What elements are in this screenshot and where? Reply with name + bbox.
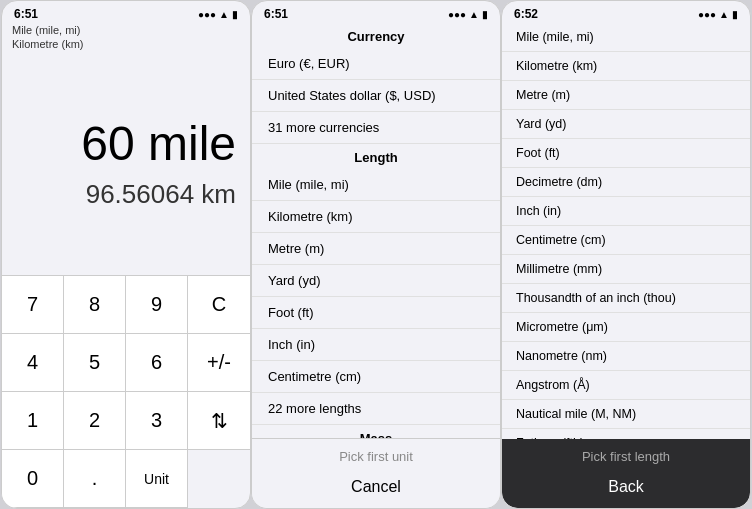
status-icons-3: ●●● ▲ ▮ — [698, 9, 738, 20]
item-more-lengths[interactable]: 22 more lengths — [252, 393, 500, 425]
status-time-1: 6:51 — [14, 7, 38, 21]
len-yard[interactable]: Yard (yd) — [502, 110, 750, 139]
len-micrometre[interactable]: Micrometre (μm) — [502, 313, 750, 342]
status-time-2: 6:51 — [264, 7, 288, 21]
item-centimetre[interactable]: Centimetre (cm) — [252, 361, 500, 393]
bottom-bar-3: Pick first length Back — [502, 439, 750, 508]
item-metre[interactable]: Metre (m) — [252, 233, 500, 265]
signal-icon-3: ●●● — [698, 9, 716, 20]
unit-from[interactable]: Mile (mile, mi) Kilometre (km) — [2, 23, 250, 53]
status-bar-2: 6:51 ●●● ▲ ▮ — [252, 1, 500, 23]
battery-icon: ▮ — [232, 9, 238, 20]
item-usd[interactable]: United States dollar ($, USD) — [252, 80, 500, 112]
status-time-3: 6:52 — [514, 7, 538, 21]
keypad: 7 8 9 C 4 5 6 +/- 1 2 3 ⇅ 0 . Unit — [2, 275, 250, 508]
len-inch[interactable]: Inch (in) — [502, 197, 750, 226]
key-unit[interactable]: Unit — [126, 450, 188, 508]
len-thou[interactable]: Thousandth of an inch (thou) — [502, 284, 750, 313]
key-plusminus[interactable]: +/- — [188, 334, 250, 392]
item-kilometre[interactable]: Kilometre (km) — [252, 201, 500, 233]
len-foot[interactable]: Foot (ft) — [502, 139, 750, 168]
phone-category-picker: 6:51 ●●● ▲ ▮ Currency Euro (€, EUR) Unit… — [251, 0, 501, 509]
display-area: 60 mile 96.56064 km — [2, 53, 250, 275]
length-list: Mile (mile, mi) Kilometre (km) Metre (m)… — [502, 23, 750, 439]
key-2[interactable]: 2 — [64, 392, 126, 450]
item-more-currencies[interactable]: 31 more currencies — [252, 112, 500, 144]
key-8[interactable]: 8 — [64, 276, 126, 334]
bottom-bar-2: Pick first unit Cancel — [252, 438, 500, 508]
len-centimetre[interactable]: Centimetre (cm) — [502, 226, 750, 255]
len-angstrom[interactable]: Angstrom (Å) — [502, 371, 750, 400]
len-metre[interactable]: Metre (m) — [502, 81, 750, 110]
battery-icon-2: ▮ — [482, 9, 488, 20]
len-decimetre[interactable]: Decimetre (dm) — [502, 168, 750, 197]
pick-length-label: Pick first length — [502, 439, 750, 470]
pick-unit-label: Pick first unit — [252, 439, 500, 470]
key-0[interactable]: 0 — [2, 450, 64, 508]
display-value: 60 mile — [81, 118, 236, 171]
key-1[interactable]: 1 — [2, 392, 64, 450]
item-mile[interactable]: Mile (mile, mi) — [252, 169, 500, 201]
len-mile[interactable]: Mile (mile, mi) — [502, 23, 750, 52]
display-result: 96.56064 km — [86, 179, 236, 210]
len-millimetre[interactable]: Millimetre (mm) — [502, 255, 750, 284]
item-inch[interactable]: Inch (in) — [252, 329, 500, 361]
status-icons-2: ●●● ▲ ▮ — [448, 9, 488, 20]
key-6[interactable]: 6 — [126, 334, 188, 392]
key-swap[interactable]: ⇅ — [188, 392, 250, 450]
wifi-icon: ▲ — [219, 9, 229, 20]
phone-length-picker: 6:52 ●●● ▲ ▮ Mile (mile, mi) Kilometre (… — [501, 0, 751, 509]
wifi-icon-3: ▲ — [719, 9, 729, 20]
key-5[interactable]: 5 — [64, 334, 126, 392]
len-nanometre[interactable]: Nanometre (nm) — [502, 342, 750, 371]
item-foot[interactable]: Foot (ft) — [252, 297, 500, 329]
signal-icon-2: ●●● — [448, 9, 466, 20]
wifi-icon-2: ▲ — [469, 9, 479, 20]
key-3[interactable]: 3 — [126, 392, 188, 450]
section-currency: Currency — [252, 23, 500, 48]
status-bar-1: 6:51 ●●● ▲ ▮ — [2, 1, 250, 23]
key-clear[interactable]: C — [188, 276, 250, 334]
key-dot[interactable]: . — [64, 450, 126, 508]
len-fathom[interactable]: Fathom (fth) — [502, 429, 750, 439]
cancel-button[interactable]: Cancel — [252, 470, 500, 508]
key-9[interactable]: 9 — [126, 276, 188, 334]
section-length: Length — [252, 144, 500, 169]
status-icons-1: ●●● ▲ ▮ — [198, 9, 238, 20]
item-euro[interactable]: Euro (€, EUR) — [252, 48, 500, 80]
section-mass: Mass — [252, 425, 500, 438]
category-list: Currency Euro (€, EUR) United States dol… — [252, 23, 500, 438]
key-7[interactable]: 7 — [2, 276, 64, 334]
battery-icon-3: ▮ — [732, 9, 738, 20]
signal-icon: ●●● — [198, 9, 216, 20]
status-bar-3: 6:52 ●●● ▲ ▮ — [502, 1, 750, 23]
len-nautical-mile[interactable]: Nautical mile (M, NM) — [502, 400, 750, 429]
item-yard[interactable]: Yard (yd) — [252, 265, 500, 297]
back-button[interactable]: Back — [502, 470, 750, 508]
key-4[interactable]: 4 — [2, 334, 64, 392]
phone-calculator: 6:51 ●●● ▲ ▮ Mile (mile, mi) Kilometre (… — [1, 0, 251, 509]
len-kilometre[interactable]: Kilometre (km) — [502, 52, 750, 81]
